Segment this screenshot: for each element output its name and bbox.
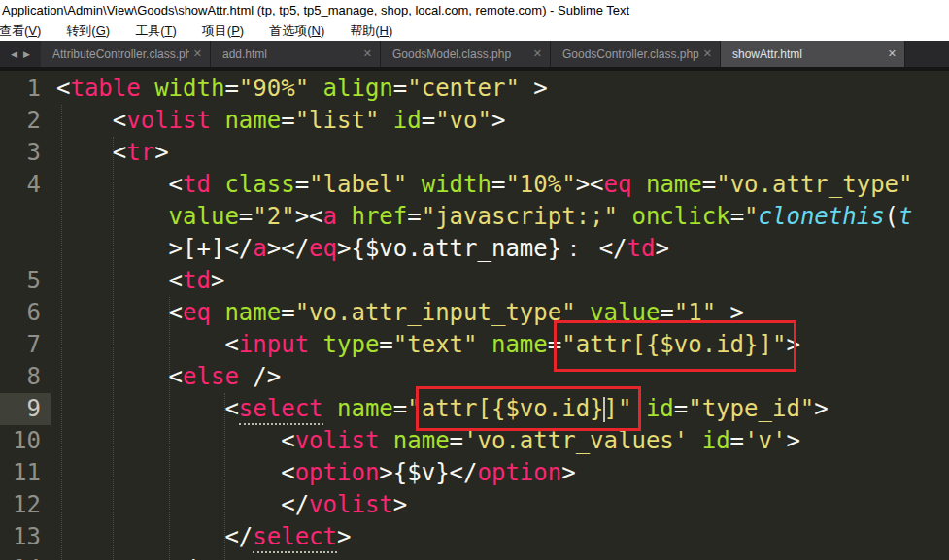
window-title: Application\Admin\View\Goods\showAttr.ht… <box>2 3 629 17</box>
line-number: 6 <box>0 297 51 329</box>
menu-item[interactable]: 转到(G) <box>53 20 122 41</box>
tab-close-icon[interactable]: ✕ <box>699 48 712 60</box>
tab-close-icon[interactable]: ✕ <box>359 48 372 60</box>
tab-close-icon[interactable]: ✕ <box>189 48 202 60</box>
code-row[interactable]: <td class="label" width="10%"><eq name="… <box>56 169 912 201</box>
title-bar: Application\Admin\View\Goods\showAttr.ht… <box>0 0 949 20</box>
line-number: 8 <box>0 361 51 393</box>
code-row[interactable]: value="2"><a href="javascript:;" onclick… <box>56 201 912 233</box>
line-number: 14 <box>0 553 51 560</box>
tab-GoodsModel.class.php[interactable]: GoodsModel.class.php✕ <box>381 41 551 67</box>
tab-nav: ◀ ▶ <box>0 41 41 67</box>
code-row[interactable]: </volist> <box>56 489 912 521</box>
tab-label: showAttr.html <box>732 48 884 61</box>
menu-item[interactable]: 首选项(N) <box>256 20 337 41</box>
code-row[interactable]: <tr> <box>56 137 912 169</box>
tab-bar: ◀ ▶ AttributeController.class.php✕add.ht… <box>0 41 949 67</box>
line-number: 2 <box>0 105 51 137</box>
tab-add.html[interactable]: add.html✕ <box>211 41 381 67</box>
tab-label: GoodsController.class.php <box>562 48 699 61</box>
line-number: 10 <box>0 425 51 457</box>
tab-forward-icon[interactable]: ▶ <box>23 49 30 59</box>
line-number <box>0 233 51 265</box>
tab-close-icon[interactable]: ✕ <box>529 48 542 60</box>
tab-label: AttributeController.class.php <box>52 48 189 61</box>
code-row[interactable]: <td> <box>56 265 912 297</box>
menu-bar: 查看(V)转到(G)工具(T)项目(P)首选项(N)帮助(H) <box>0 20 949 41</box>
code-area[interactable]: <table width="90%" align="center" > <vol… <box>56 73 912 560</box>
tab-close-icon[interactable]: ✕ <box>884 48 897 60</box>
line-number: 5 <box>0 265 51 297</box>
annotation-box-input-name <box>554 320 796 372</box>
menu-item[interactable]: 项目(P) <box>189 20 256 41</box>
tab-back-icon[interactable]: ◀ <box>11 49 17 59</box>
line-number: 3 <box>0 137 51 169</box>
code-row[interactable]: >[+]</a></eq>{$vo.attr_name}： </td> <box>56 233 912 265</box>
menu-item[interactable]: 工具(T) <box>122 20 189 41</box>
tab-GoodsController.class.php[interactable]: GoodsController.class.php✕ <box>551 41 721 67</box>
line-number: 7 <box>0 329 51 361</box>
tab-showAttr.html[interactable]: showAttr.html✕ <box>721 41 905 67</box>
line-number <box>0 201 51 233</box>
line-number-gutter: 1234567891011121314 <box>0 73 51 560</box>
code-row[interactable]: <volist name="list" id="vo"> <box>56 105 912 137</box>
line-number: 11 <box>0 457 51 489</box>
menu-item[interactable]: 帮助(H) <box>337 20 405 41</box>
code-row[interactable]: </select> <box>56 521 912 553</box>
code-row[interactable]: <table width="90%" align="center" > <box>56 73 912 105</box>
line-number: 13 <box>0 521 51 553</box>
code-editor[interactable]: 1234567891011121314 <table width="90%" a… <box>0 71 949 560</box>
text-caret <box>603 397 605 422</box>
line-number: 9 <box>0 393 51 425</box>
tab-AttributeController.class.php[interactable]: AttributeController.class.php✕ <box>41 41 211 67</box>
tab-label: add.html <box>222 48 359 61</box>
tab-label: GoodsModel.class.php <box>392 48 529 61</box>
line-number: 4 <box>0 169 51 201</box>
code-row[interactable]: <option>{$v}</option> <box>56 457 912 489</box>
line-number: 12 <box>0 489 51 521</box>
sublime-window: Application\Admin\View\Goods\showAttr.ht… <box>0 0 949 560</box>
annotation-box-select-name <box>416 386 641 431</box>
line-number: 1 <box>0 73 51 105</box>
code-row[interactable]: </eq> <box>56 553 912 560</box>
menu-item[interactable]: 查看(V) <box>0 20 53 41</box>
